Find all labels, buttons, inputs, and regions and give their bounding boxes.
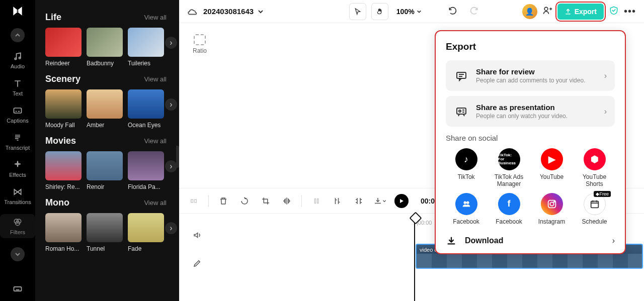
comment-icon xyxy=(454,68,469,83)
left-nav: Audio Text Captions Transcript Effects T… xyxy=(0,0,35,301)
filter-oceaneyes[interactable]: Ocean Eyes xyxy=(128,89,164,129)
nav-text[interactable]: Text xyxy=(0,78,35,96)
section-movies-next[interactable]: › xyxy=(165,160,177,172)
chevron-right-icon: › xyxy=(604,71,607,80)
social-youtube[interactable]: ▶YouTube xyxy=(531,148,572,188)
youtube-icon: ▶ xyxy=(541,148,563,170)
chevron-right-icon: › xyxy=(604,107,607,116)
tiktok-icon: ♪ xyxy=(455,148,477,170)
nav-audio-label: Audio xyxy=(11,63,25,69)
nav-transitions[interactable]: Transitions xyxy=(0,187,35,205)
section-mono-title: Mono xyxy=(45,197,69,208)
nav-filters[interactable]: Filters xyxy=(0,214,35,238)
section-mono-viewall[interactable]: View all xyxy=(144,199,167,207)
chevron-right-icon: › xyxy=(612,236,615,245)
filter-shirley[interactable]: Shirley: Re... xyxy=(45,151,82,190)
filter-romanho[interactable]: Roman Ho... xyxy=(45,213,82,252)
svg-point-24 xyxy=(553,201,554,202)
playhead[interactable] xyxy=(414,215,415,301)
redo-button[interactable] xyxy=(466,6,482,18)
section-scenery-next[interactable]: › xyxy=(165,98,177,111)
topbar: 202403081643 100% 👤 Export ••• xyxy=(179,0,644,23)
filter-reindeer[interactable]: Reindeer xyxy=(45,28,82,67)
delete-button[interactable] xyxy=(217,194,230,208)
svg-rect-16 xyxy=(317,198,318,203)
filter-renoir[interactable]: Renoir xyxy=(87,151,123,190)
project-name[interactable]: 202403081643 xyxy=(203,7,264,16)
more-menu[interactable]: ••• xyxy=(624,6,636,17)
mirror-button[interactable] xyxy=(280,194,293,208)
track-edit-button[interactable] xyxy=(191,257,204,270)
social-instagram[interactable]: Instagram xyxy=(531,193,572,225)
nav-text-label: Text xyxy=(13,90,23,96)
filter-tunnel[interactable]: Tunnel xyxy=(87,213,123,252)
chevron-down-icon xyxy=(417,9,422,14)
adjust-button[interactable] xyxy=(331,194,344,208)
play-button[interactable] xyxy=(394,194,409,208)
speed-button[interactable] xyxy=(238,194,251,208)
crop-tl-button[interactable] xyxy=(259,194,272,208)
filter-badbunny[interactable]: Badbunny xyxy=(87,28,123,67)
download-row[interactable]: Download › xyxy=(446,228,615,246)
nav-scroll-down[interactable] xyxy=(11,247,25,261)
nav-effects[interactable]: Effects xyxy=(0,160,35,178)
svg-rect-2 xyxy=(14,108,22,113)
svg-point-1 xyxy=(19,57,21,59)
nav-transitions-label: Transitions xyxy=(4,199,31,205)
social-schedule[interactable]: ◆FreeSchedule xyxy=(574,193,615,225)
track-audio-button[interactable] xyxy=(191,229,204,242)
svg-rect-25 xyxy=(591,201,598,208)
cloud-icon xyxy=(187,6,198,17)
section-movies-row: Shirley: Re... Renoir Florida Pa... › xyxy=(45,151,179,190)
svg-rect-15 xyxy=(314,198,315,203)
share-review-card[interactable]: Share for review People can add comments… xyxy=(446,60,615,91)
filter-fade[interactable]: Fade xyxy=(128,213,164,252)
undo-button[interactable] xyxy=(445,6,461,18)
nav-audio[interactable]: Audio xyxy=(0,51,35,69)
svg-point-7 xyxy=(544,7,548,11)
social-facebook-group[interactable]: Facebook xyxy=(446,193,487,225)
hand-tool[interactable] xyxy=(371,3,388,20)
section-life-viewall[interactable]: View all xyxy=(144,14,167,21)
freeze-button[interactable] xyxy=(310,194,323,208)
section-life-row: Reindeer Badbunny Tuileries › xyxy=(45,28,179,67)
section-scenery-viewall[interactable]: View all xyxy=(144,75,167,83)
nav-captions[interactable]: Captions xyxy=(0,106,35,124)
upload-icon xyxy=(565,8,572,15)
section-mono-next[interactable]: › xyxy=(165,222,177,234)
ratio-frame-icon xyxy=(194,34,206,45)
user-avatar[interactable]: 👤 xyxy=(522,4,537,19)
free-badge: ◆Free xyxy=(594,191,611,197)
youtube-shorts-icon: ⬢ xyxy=(584,148,606,170)
nav-keyboard[interactable] xyxy=(0,284,35,296)
download-menu[interactable] xyxy=(373,194,386,208)
section-movies-viewall[interactable]: View all xyxy=(144,137,167,145)
add-user-button[interactable] xyxy=(542,6,552,18)
nav-transcript[interactable]: Transcript xyxy=(0,133,35,151)
filter-florida[interactable]: Florida Pa... xyxy=(128,151,164,190)
social-facebook[interactable]: fFacebook xyxy=(489,193,529,225)
volume-button[interactable] xyxy=(352,194,365,208)
facebook-icon: f xyxy=(498,193,520,215)
ratio-button[interactable]: Ratio xyxy=(187,29,212,59)
share-presentation-card[interactable]: Share as presentation People can only wa… xyxy=(446,96,615,127)
timeline-track-controls xyxy=(179,214,215,301)
svg-rect-13 xyxy=(191,199,193,203)
filter-tuileries[interactable]: Tuileries xyxy=(128,28,164,67)
filter-amber[interactable]: Amber xyxy=(87,89,123,129)
zoom-level[interactable]: 100% xyxy=(396,8,422,16)
pointer-tool[interactable] xyxy=(349,3,366,20)
tiktok-ads-icon: TikTok:For Business xyxy=(498,148,520,170)
social-tiktok-ads[interactable]: TikTok:For BusinessTikTok Ads Manager xyxy=(489,148,529,188)
export-panel: Export Share for review People can add c… xyxy=(435,30,626,254)
shield-icon[interactable] xyxy=(609,6,619,18)
social-youtube-shorts[interactable]: ⬢YouTube Shorts xyxy=(574,148,615,188)
section-life-next[interactable]: › xyxy=(165,37,177,49)
instagram-icon xyxy=(541,193,563,215)
export-button[interactable]: Export xyxy=(557,4,604,20)
social-tiktok[interactable]: ♪TikTok xyxy=(446,148,487,188)
nav-scroll-up[interactable] xyxy=(11,28,25,42)
app-logo[interactable] xyxy=(11,4,25,18)
filter-moodyfall[interactable]: Moody Fall xyxy=(45,89,82,129)
split-button[interactable] xyxy=(187,194,200,208)
